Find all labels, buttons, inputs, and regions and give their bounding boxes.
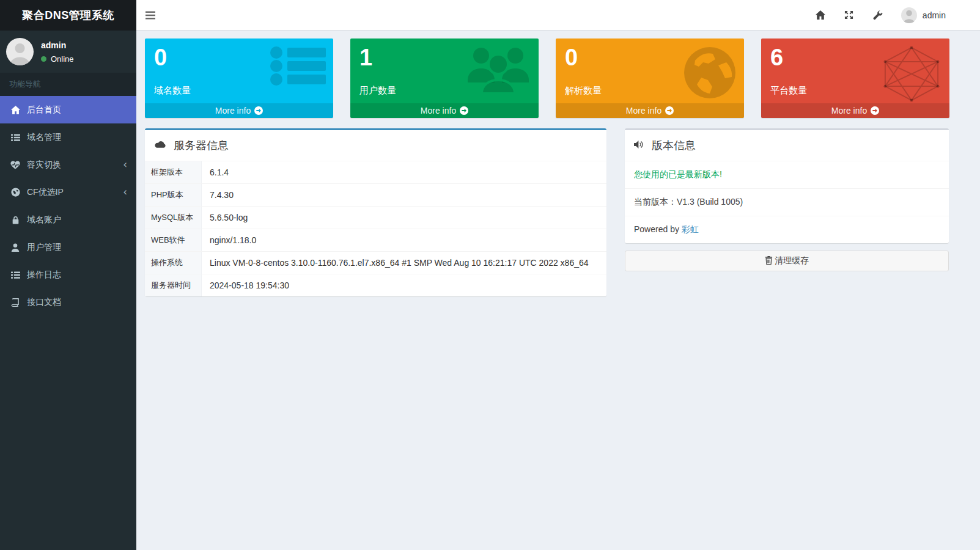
row-value: Linux VM-0-8-centos 3.10.0-1160.76.1.el7…: [202, 253, 597, 273]
server-info-panel: 服务器信息 框架版本 6.1.4 PHP版本 7.4.30 MySQL版本: [145, 128, 606, 296]
sidebar-item-domains[interactable]: 域名管理: [0, 123, 136, 151]
more-info-link[interactable]: More info: [761, 103, 949, 118]
server-info-header: 服务器信息: [145, 130, 606, 161]
cloud-icon: [154, 139, 167, 152]
more-info-label: More info: [421, 106, 456, 116]
stat-value: 0: [565, 45, 735, 72]
sidebar-section-label: 功能导航: [0, 73, 136, 96]
stat-value: 0: [154, 45, 324, 72]
version-latest-status: 您使用的已是最新版本!: [625, 161, 949, 189]
user-status-label: Online: [51, 54, 74, 64]
powered-by-prefix: Powered by: [634, 224, 682, 234]
more-info-label: More info: [215, 106, 251, 116]
volume-icon: [634, 139, 645, 152]
stat-label: 用户数量: [359, 85, 529, 97]
powered-by-link[interactable]: 彩虹: [682, 224, 699, 234]
stat-label: 解析数量: [565, 85, 735, 97]
sidebar-item-label: 域名账户: [27, 215, 61, 226]
powered-by: Powered by 彩虹: [625, 216, 949, 243]
sidebar-item-label: 域名管理: [27, 132, 61, 143]
more-info-label: More info: [831, 106, 867, 116]
main-area: admin 0 域名数量 More info: [136, 0, 980, 550]
table-row: 服务器时间 2024-05-18 19:54:30: [145, 274, 606, 296]
stat-label: 域名数量: [154, 85, 324, 97]
sidebar-item-domain-accounts[interactable]: 域名账户: [0, 206, 136, 233]
chevron-left-icon: ‹: [123, 187, 127, 197]
stat-box-records: 0 解析数量 More info: [556, 38, 744, 118]
sidebar-item-label: 用户管理: [27, 242, 61, 253]
sidebar-item-label: CF优选IP: [27, 187, 64, 198]
globe-icon: [9, 188, 21, 197]
stat-box-domains: 0 域名数量 More info: [145, 38, 333, 118]
clear-cache-button[interactable]: 清理缓存: [625, 251, 949, 271]
user-avatar: [6, 38, 34, 65]
clear-cache-label: 清理缓存: [775, 255, 809, 266]
list-icon: [9, 271, 21, 279]
sidebar-user-panel: admin Online: [0, 31, 136, 73]
sidebar-toggle-button[interactable]: [136, 0, 164, 31]
row-label: 服务器时间: [145, 274, 202, 296]
arrow-circle-right-icon: [665, 106, 674, 115]
user-info: admin Online: [41, 40, 74, 64]
server-info-title: 服务器信息: [174, 138, 229, 153]
row-value: 6.1.4: [202, 163, 237, 182]
stat-box-inner: 0 域名数量: [145, 38, 333, 103]
more-info-label: More info: [626, 106, 661, 116]
chevron-left-icon: ‹: [123, 160, 127, 170]
row-label: PHP版本: [145, 184, 202, 206]
navbar-username: admin: [923, 10, 946, 20]
row-value: 2024-05-18 19:54:30: [202, 276, 297, 295]
user-avatar: [901, 7, 917, 23]
stat-box-inner: 1 用户数量: [350, 38, 539, 103]
user-icon: [9, 243, 21, 252]
user-name: admin: [41, 40, 74, 50]
row-label: MySQL版本: [145, 207, 202, 229]
panels-row: 服务器信息 框架版本 6.1.4 PHP版本 7.4.30 MySQL版本: [145, 128, 980, 296]
version-info-title: 版本信息: [652, 138, 696, 153]
more-info-link[interactable]: More info: [350, 103, 539, 118]
table-row: 操作系统 Linux VM-0-8-centos 3.10.0-1160.76.…: [145, 252, 606, 274]
row-value: nginx/1.18.0: [202, 230, 264, 250]
more-info-link[interactable]: More info: [556, 103, 744, 118]
sidebar-item-dashboard[interactable]: 后台首页: [0, 96, 136, 123]
heartbeat-icon: [9, 161, 21, 169]
user-status[interactable]: Online: [41, 54, 74, 64]
list-icon: [9, 133, 21, 142]
home-icon[interactable]: [816, 10, 825, 20]
fullscreen-icon[interactable]: [844, 10, 854, 20]
sidebar-item-api-docs[interactable]: 接口文档: [0, 288, 136, 316]
sidebar-item-label: 操作日志: [27, 270, 61, 280]
sidebar-item-label: 接口文档: [27, 297, 61, 308]
arrow-circle-right-icon: [460, 106, 468, 115]
version-info-header: 版本信息: [625, 130, 949, 161]
sidebar-item-logs[interactable]: 操作日志: [0, 261, 136, 288]
app-wrapper: 聚合DNS管理系统 admin Online 功能导航 后台首页: [0, 0, 980, 550]
page-content: 0 域名数量 More info 1 用户数量: [136, 31, 980, 296]
home-icon: [9, 106, 21, 114]
version-info-panel: 版本信息 您使用的已是最新版本! 当前版本：V1.3 (Build 1005) …: [625, 128, 949, 243]
arrow-circle-right-icon: [254, 106, 263, 115]
sidebar-item-users[interactable]: 用户管理: [0, 233, 136, 261]
stat-box-inner: 0 解析数量: [556, 38, 744, 103]
stat-value: 1: [359, 45, 529, 72]
stat-label: 平台数量: [770, 85, 940, 97]
row-label: 操作系统: [145, 252, 202, 274]
book-icon: [9, 298, 21, 307]
navbar-user-menu[interactable]: admin: [901, 7, 946, 23]
stat-box-users: 1 用户数量 More info: [350, 38, 539, 118]
server-info-table: 框架版本 6.1.4 PHP版本 7.4.30 MySQL版本 5.6.50-l…: [145, 161, 606, 296]
top-navbar: admin: [136, 0, 980, 31]
sidebar-menu: 后台首页 域名管理 容灾切换 ‹ CF优选IP ‹: [0, 96, 136, 316]
table-row: PHP版本 7.4.30: [145, 184, 606, 207]
app-logo[interactable]: 聚合DNS管理系统: [0, 0, 136, 31]
sidebar-item-failover[interactable]: 容灾切换 ‹: [0, 151, 136, 178]
more-info-link[interactable]: More info: [145, 103, 333, 118]
stat-boxes-row: 0 域名数量 More info 1 用户数量: [145, 38, 980, 118]
sidebar-item-cf-ip[interactable]: CF优选IP ‹: [0, 178, 136, 206]
online-dot-icon: [41, 56, 46, 62]
version-column: 版本信息 您使用的已是最新版本! 当前版本：V1.3 (Build 1005) …: [625, 128, 949, 271]
table-row: 框架版本 6.1.4: [145, 161, 606, 184]
sidebar-item-label: 后台首页: [27, 105, 61, 116]
wrench-icon[interactable]: [873, 10, 883, 20]
navbar-right: admin: [797, 7, 980, 23]
